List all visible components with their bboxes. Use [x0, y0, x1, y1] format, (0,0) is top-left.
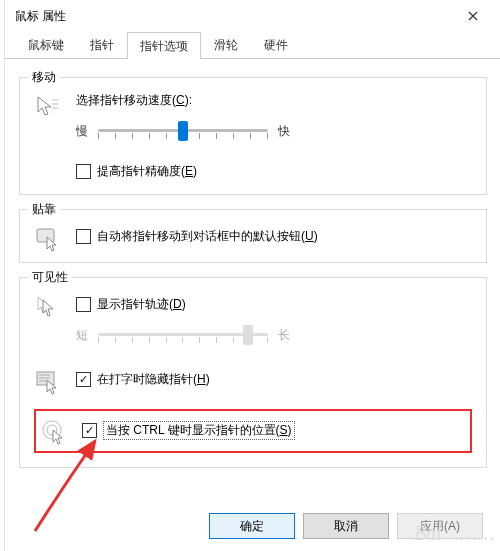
speed-label: 选择指针移动速度(C):	[76, 92, 472, 109]
ok-button[interactable]: 确定	[209, 513, 295, 539]
trails-slider	[98, 323, 268, 347]
group-visibility-label: 可见性	[28, 269, 72, 286]
svg-rect-0	[37, 229, 54, 242]
group-visibility: 可见性 显示指针轨迹(D) 短	[19, 277, 487, 468]
pointer-speed-icon	[35, 94, 61, 120]
ctrl-locate-label: 当按 CTRL 键时显示指针的位置(S)	[103, 421, 295, 440]
hide-pointer-icon	[35, 369, 61, 395]
dialog-buttons: 确定 取消 应用(A)	[209, 513, 483, 539]
group-snap: 贴靠 自动将指针移动到对话框中的默认按钮(U)	[19, 209, 487, 263]
enhance-precision-label: 提高指针精确度(E)	[97, 163, 197, 180]
ctrl-locate-icon	[41, 419, 67, 445]
close-button[interactable]	[451, 1, 495, 31]
tab-wheel[interactable]: 滑轮	[201, 31, 251, 58]
apply-button[interactable]: 应用(A)	[397, 513, 483, 539]
ctrl-locate-row: 当按 CTRL 键时显示指针的位置(S)	[34, 409, 472, 453]
group-motion: 移动 选择指针移动速度(C): 慢	[19, 77, 487, 195]
pointer-trails-label: 显示指针轨迹(D)	[97, 296, 186, 313]
hide-pointer-checkbox[interactable]	[76, 372, 91, 387]
trails-short-label: 短	[76, 327, 88, 344]
snap-to-label: 自动将指针移动到对话框中的默认按钮(U)	[97, 228, 318, 245]
speed-fast-label: 快	[278, 123, 290, 140]
snap-to-checkbox[interactable]	[76, 229, 91, 244]
pointer-trails-checkbox[interactable]	[76, 297, 91, 312]
group-motion-label: 移动	[28, 69, 60, 86]
tab-hardware[interactable]: 硬件	[251, 31, 301, 58]
enhance-precision-checkbox[interactable]	[76, 164, 91, 179]
speed-slow-label: 慢	[76, 123, 88, 140]
pointer-trails-icon	[35, 294, 61, 320]
cancel-button[interactable]: 取消	[303, 513, 389, 539]
close-icon	[468, 11, 478, 21]
tab-pointer-options[interactable]: 指针选项	[127, 32, 201, 59]
trails-long-label: 长	[278, 327, 290, 344]
window-title: 鼠标 属性	[15, 8, 451, 25]
speed-slider[interactable]	[98, 119, 268, 143]
dialog-body: 移动 选择指针移动速度(C): 慢	[5, 59, 500, 468]
ctrl-locate-checkbox[interactable]	[82, 423, 97, 438]
group-snap-label: 贴靠	[28, 201, 60, 218]
tab-buttons[interactable]: 鼠标键	[15, 31, 77, 58]
titlebar: 鼠标 属性	[5, 0, 500, 32]
tab-strip: 鼠标键 指针 指针选项 滑轮 硬件	[5, 32, 500, 59]
dialog-window: 鼠标 属性 鼠标键 指针 指针选项 滑轮 硬件 移动	[4, 0, 500, 551]
snap-to-icon	[35, 226, 61, 252]
tab-pointers[interactable]: 指针	[77, 31, 127, 58]
hide-pointer-label: 在打字时隐藏指针(H)	[97, 371, 210, 388]
